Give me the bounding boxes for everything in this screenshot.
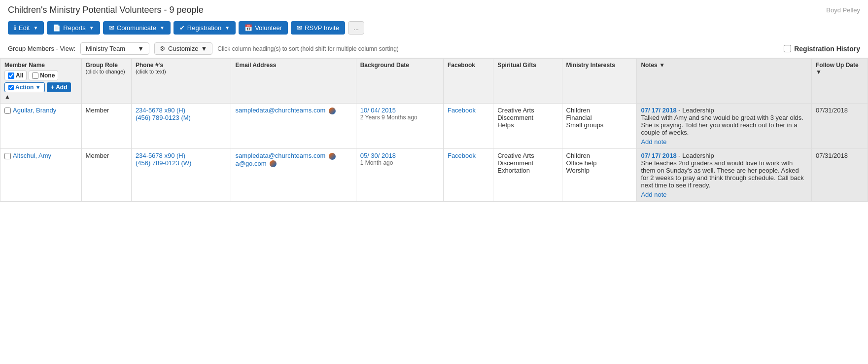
table-row: Aguilar, Brandy Member 234-5678 x90 (H)(…: [0, 104, 868, 149]
reports-icon: 📄: [53, 24, 61, 32]
th-phone: Phone #'s (click to text): [131, 59, 231, 104]
sort-hint: Click column heading(s) to sort (hold sh…: [217, 45, 398, 52]
row-checkbox[interactable]: [4, 108, 11, 114]
row-ministry-interests: ChildrenFinancialSmall groups: [562, 104, 637, 149]
church-icon: [329, 108, 336, 114]
registration-history-checkbox[interactable]: [784, 45, 791, 52]
row-role: Member: [81, 149, 131, 202]
all-checkbox[interactable]: [8, 73, 14, 79]
view-select[interactable]: Ministry Team ▼: [80, 42, 149, 55]
rsvp-button[interactable]: ✉ RSVP Invite: [291, 21, 345, 35]
facebook-link[interactable]: Facebook: [448, 152, 476, 159]
action-caret: ▼: [35, 84, 41, 91]
registration-icon: ✔: [179, 24, 185, 32]
communicate-caret: ▼: [160, 25, 165, 31]
add-button[interactable]: + Add: [47, 82, 71, 92]
church-icon: [329, 153, 336, 160]
bg-date-link[interactable]: 10/ 04/ 2015: [360, 107, 396, 114]
row-follow-up-date: 07/31/2018: [811, 149, 868, 202]
th-facebook: Facebook: [443, 59, 493, 104]
customize-button[interactable]: ⚙ Customize ▼: [154, 42, 212, 55]
th-email: Email Address: [231, 59, 356, 104]
row-phones: 234-5678 x90 (H)(456) 789-0123 (M): [131, 104, 231, 149]
row-spiritual-gifts: Creative ArtsDiscernmentExhortation: [493, 149, 562, 202]
notes-sort-icon[interactable]: ▼: [659, 62, 665, 69]
table-header-row: Member Name All None: [0, 59, 868, 104]
toolbar: ℹ Edit ▼ 📄 Reports ▼ ✉ Communicate ▼ ✔ R…: [0, 18, 868, 39]
row-notes: 07/ 17/ 2018 - Leadership Talked with Am…: [637, 104, 812, 149]
th-follow-up-date: Follow Up Date ▼: [811, 59, 868, 104]
th-bg-date: Background Date: [356, 59, 443, 104]
row-phones: 234-5678 x90 (H)(456) 789-0123 (W): [131, 149, 231, 202]
edit-caret: ▼: [33, 25, 38, 31]
row-facebook: Facebook: [443, 104, 493, 149]
reports-button[interactable]: 📄 Reports ▼: [47, 21, 100, 35]
members-table: Member Name All None: [0, 58, 868, 202]
facebook-link[interactable]: Facebook: [448, 107, 476, 114]
action-controls: Action ▼ + Add: [4, 82, 77, 92]
sort-up-arrow[interactable]: ▲: [4, 93, 77, 100]
communicate-button[interactable]: ✉ Communicate ▼: [103, 21, 171, 35]
row-email: sampledata@churchteams.com a@go.com: [231, 149, 356, 202]
th-notes: Notes ▼: [637, 59, 812, 104]
th-group-role: Group Role (click to change): [81, 59, 131, 104]
phone-link[interactable]: 234-5678 x90 (H): [136, 107, 185, 114]
registration-history-label: Registration History: [794, 45, 860, 53]
none-checkbox-label[interactable]: None: [29, 71, 58, 80]
user-name: Boyd Pelley: [826, 6, 860, 14]
followup-sort-icon[interactable]: ▼: [816, 69, 822, 75]
registration-caret: ▼: [225, 25, 230, 31]
member-controls: All None: [4, 71, 77, 80]
volunteer-button[interactable]: 📅 Volunteer: [239, 21, 288, 35]
th-ministry-interests: Ministry Interests: [562, 59, 637, 104]
info-icon: ℹ: [14, 24, 16, 32]
row-email: sampledata@churchteams.com: [231, 104, 356, 149]
row-bg-date: 10/ 04/ 2015 2 Years 9 Months ago: [356, 104, 443, 149]
email-link[interactable]: sampledata@churchteams.com: [235, 107, 325, 114]
member-name-link[interactable]: Altschul, Amy: [13, 152, 51, 159]
action-checkbox[interactable]: [8, 85, 14, 90]
email-link[interactable]: sampledata@churchteams.com: [235, 152, 325, 159]
registration-button[interactable]: ✔ Registration ▼: [174, 21, 236, 35]
row-notes: 07/ 17/ 2018 - Leadership She teaches 2n…: [637, 149, 812, 202]
row-follow-up-date: 07/31/2018: [811, 104, 868, 149]
th-member-name: Member Name All None: [0, 59, 82, 104]
view-bar: Group Members - View: Ministry Team ▼ ⚙ …: [0, 39, 868, 58]
none-checkbox[interactable]: [32, 73, 38, 79]
member-name-link[interactable]: Aguilar, Brandy: [13, 107, 56, 114]
action-button[interactable]: Action ▼: [4, 82, 45, 92]
row-checkbox-cell: Aguilar, Brandy: [0, 104, 82, 149]
reports-caret: ▼: [89, 25, 94, 31]
phone-link[interactable]: 234-5678 x90 (H): [136, 152, 185, 159]
all-checkbox-label[interactable]: All: [4, 71, 27, 80]
row-bg-date: 05/ 30/ 2018 1 Month ago: [356, 149, 443, 202]
church-icon2: [270, 160, 277, 167]
add-note-link[interactable]: Add note: [641, 138, 807, 146]
registration-history-toggle[interactable]: Registration History: [784, 45, 860, 53]
view-select-arrow: ▼: [138, 45, 144, 52]
row-role: Member: [81, 104, 131, 149]
phone-link[interactable]: (456) 789-0123 (M): [136, 114, 191, 121]
note-date: 07/ 17/ 2018: [641, 107, 676, 114]
volunteer-icon: 📅: [244, 24, 252, 32]
view-label: Group Members - View:: [8, 45, 75, 52]
row-checkbox[interactable]: [4, 153, 11, 159]
page-title: Children's Ministry Potential Volunteers…: [8, 5, 204, 15]
top-bar: Children's Ministry Potential Volunteers…: [0, 0, 868, 18]
email2-link[interactable]: a@go.com: [235, 160, 266, 167]
gear-icon: ⚙: [160, 45, 166, 52]
customize-caret: ▼: [201, 45, 207, 52]
edit-button[interactable]: ℹ Edit ▼: [8, 21, 44, 35]
row-ministry-interests: ChildrenOffice helpWorship: [562, 149, 637, 202]
bg-date-link[interactable]: 05/ 30/ 2018: [360, 152, 396, 159]
add-note-link[interactable]: Add note: [641, 191, 807, 198]
phone-link[interactable]: (456) 789-0123 (W): [136, 159, 191, 167]
row-spiritual-gifts: Creative ArtsDiscernmentHelps: [493, 104, 562, 149]
communicate-icon: ✉: [109, 24, 114, 32]
table-row: Altschul, Amy Member 234-5678 x90 (H)(45…: [0, 149, 868, 202]
row-facebook: Facebook: [443, 149, 493, 202]
row-checkbox-cell: Altschul, Amy: [0, 149, 82, 202]
note-date: 07/ 17/ 2018: [641, 152, 676, 159]
rsvp-icon: ✉: [297, 24, 302, 32]
more-button[interactable]: ...: [348, 21, 364, 35]
